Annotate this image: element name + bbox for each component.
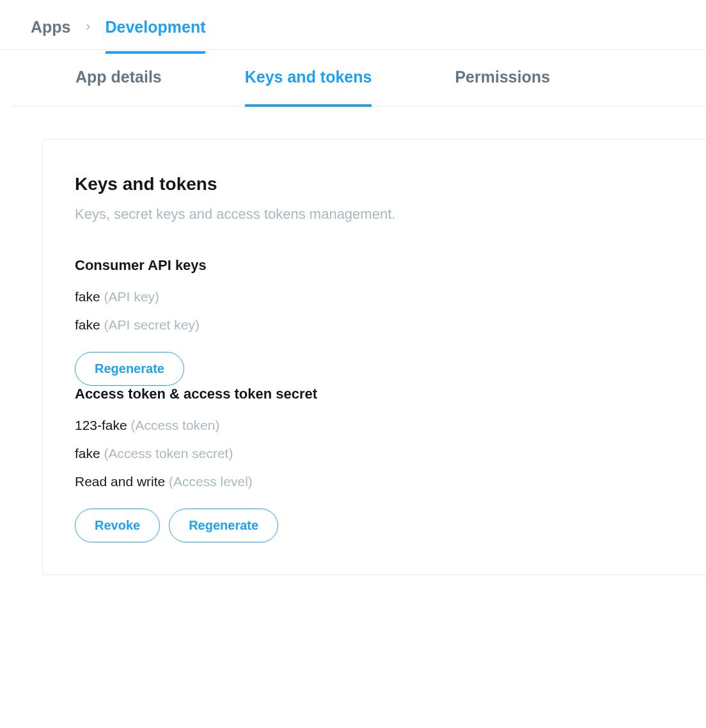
- revoke-button[interactable]: Revoke: [75, 509, 160, 542]
- tab-permissions[interactable]: Permissions: [455, 50, 550, 107]
- keys-tokens-card: Keys and tokens Keys, secret keys and ac…: [42, 139, 706, 575]
- access-secret-label: (Access token secret): [104, 446, 233, 461]
- api-secret-row: fake (API secret key): [75, 317, 674, 333]
- api-secret-label: (API secret key): [104, 317, 200, 332]
- breadcrumb: Apps Development: [0, 0, 706, 50]
- access-secret-row: fake (Access token secret): [75, 446, 674, 461]
- regenerate-access-button[interactable]: Regenerate: [169, 509, 278, 542]
- access-token-value: 123-fake: [75, 418, 127, 432]
- access-token-section: Access token & access token secret 123-f…: [75, 386, 674, 542]
- tabs: App details Keys and tokens Permissions: [12, 50, 706, 107]
- consumer-heading: Consumer API keys: [75, 257, 674, 274]
- card-title: Keys and tokens: [75, 174, 674, 194]
- breadcrumb-development-link[interactable]: Development: [106, 18, 206, 54]
- access-level-value: Read and write: [75, 474, 165, 489]
- access-secret-value: fake: [75, 446, 100, 461]
- tab-keys-tokens[interactable]: Keys and tokens: [245, 50, 372, 107]
- access-token-label: (Access token): [131, 418, 220, 432]
- api-secret-value: fake: [75, 317, 100, 332]
- consumer-api-keys-section: Consumer API keys fake (API key) fake (A…: [75, 257, 674, 386]
- breadcrumb-apps-link[interactable]: Apps: [31, 18, 71, 36]
- regenerate-consumer-button[interactable]: Regenerate: [75, 352, 184, 386]
- chevron-right-icon: [84, 20, 93, 35]
- consumer-button-row: Regenerate: [75, 352, 674, 386]
- api-key-row: fake (API key): [75, 289, 674, 305]
- api-key-label: (API key): [104, 289, 159, 304]
- card-subtitle: Keys, secret keys and access tokens mana…: [75, 206, 674, 223]
- access-token-row: 123-fake (Access token): [75, 418, 674, 433]
- api-key-value: fake: [75, 289, 100, 304]
- access-level-row: Read and write (Access level): [75, 474, 674, 489]
- access-level-label: (Access level): [169, 474, 253, 489]
- tab-app-details[interactable]: App details: [75, 50, 162, 107]
- access-button-row: Revoke Regenerate: [75, 509, 674, 542]
- access-heading: Access token & access token secret: [75, 386, 674, 402]
